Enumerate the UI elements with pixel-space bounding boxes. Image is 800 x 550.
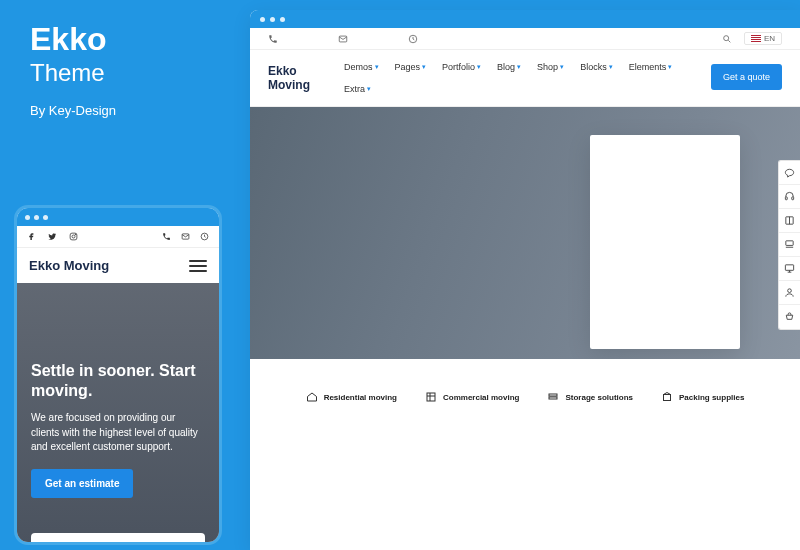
service-commercial[interactable]: Commercial moving bbox=[425, 391, 519, 403]
desktop-icon[interactable] bbox=[779, 257, 800, 281]
mobile-hero-text: We are focused on providing our clients … bbox=[31, 411, 205, 455]
phone-icon[interactable] bbox=[268, 34, 278, 44]
search-icon[interactable] bbox=[722, 34, 732, 44]
side-toolbar bbox=[778, 160, 800, 330]
service-residential[interactable]: Residential moving bbox=[306, 391, 397, 403]
phone-icon[interactable] bbox=[162, 232, 171, 241]
mobile-hero-title: Settle in sooner. Start moving. bbox=[31, 361, 205, 401]
chevron-down-icon: ▾ bbox=[367, 85, 371, 93]
service-storage[interactable]: Storage solutions bbox=[547, 391, 633, 403]
desktop-window-titlebar bbox=[250, 10, 800, 28]
svg-rect-18 bbox=[427, 393, 435, 401]
email-icon[interactable] bbox=[181, 232, 190, 241]
service-packing[interactable]: Packing supplies bbox=[661, 391, 744, 403]
chevron-down-icon: ▾ bbox=[517, 63, 521, 71]
brand-block: Ekko Theme By Key-Design bbox=[30, 22, 116, 118]
mobile-window-titlebar bbox=[17, 208, 219, 226]
window-dot bbox=[25, 215, 30, 220]
facebook-icon[interactable] bbox=[27, 232, 36, 241]
language-label: EN bbox=[764, 34, 775, 43]
nav-item-demos[interactable]: Demos▾ bbox=[344, 58, 379, 76]
svg-point-17 bbox=[788, 289, 792, 293]
mobile-logo[interactable]: Ekko Moving bbox=[29, 258, 109, 273]
window-dot bbox=[43, 215, 48, 220]
mobile-hero: Settle in sooner. Start moving. We are f… bbox=[17, 283, 219, 543]
svg-point-1 bbox=[72, 235, 75, 238]
nav-item-elements[interactable]: Elements▾ bbox=[629, 58, 673, 76]
svg-rect-23 bbox=[664, 395, 671, 401]
chevron-down-icon: ▾ bbox=[609, 63, 613, 71]
window-dot bbox=[280, 17, 285, 22]
chevron-down-icon: ▾ bbox=[668, 63, 672, 71]
svg-rect-12 bbox=[786, 241, 793, 246]
flag-icon bbox=[751, 35, 761, 42]
svg-point-2 bbox=[75, 234, 76, 235]
mobile-preview-frame: Ekko Moving Settle in sooner. Start movi… bbox=[14, 205, 222, 545]
cart-icon[interactable] bbox=[779, 305, 800, 329]
brand-author: By Key-Design bbox=[30, 103, 116, 118]
nav-menu: Demos▾ Pages▾ Portfolio▾ Blog▾ Shop▾ Blo… bbox=[344, 58, 691, 98]
window-dot bbox=[270, 17, 275, 22]
svg-rect-22 bbox=[549, 397, 557, 399]
svg-rect-21 bbox=[549, 394, 557, 396]
desktop-topbar: EN bbox=[250, 28, 800, 50]
chat-icon[interactable] bbox=[779, 161, 800, 185]
email-icon[interactable] bbox=[338, 34, 348, 44]
clock-icon[interactable] bbox=[408, 34, 418, 44]
chevron-down-icon: ▾ bbox=[560, 63, 564, 71]
layers-icon[interactable] bbox=[779, 233, 800, 257]
mobile-topbar bbox=[17, 226, 219, 248]
hamburger-menu-icon[interactable] bbox=[189, 260, 207, 272]
get-estimate-button[interactable]: Get an estimate bbox=[31, 469, 133, 498]
headset-icon[interactable] bbox=[779, 185, 800, 209]
desktop-navbar: Ekko Moving Demos▾ Pages▾ Portfolio▾ Blo… bbox=[250, 50, 800, 107]
mobile-hero-card bbox=[31, 533, 205, 545]
desktop-preview-frame: EN Ekko Moving Demos▾ Pages▾ Portfolio▾ … bbox=[250, 10, 800, 550]
nav-item-portfolio[interactable]: Portfolio▾ bbox=[442, 58, 481, 76]
svg-rect-9 bbox=[792, 197, 794, 200]
twitter-icon[interactable] bbox=[48, 232, 57, 241]
clock-icon[interactable] bbox=[200, 232, 209, 241]
nav-item-blog[interactable]: Blog▾ bbox=[497, 58, 521, 76]
desktop-hero bbox=[250, 107, 800, 377]
window-dot bbox=[260, 17, 265, 22]
mobile-navbar: Ekko Moving bbox=[17, 248, 219, 283]
get-quote-button[interactable]: Get a quote bbox=[711, 64, 782, 90]
brand-title: Ekko bbox=[30, 22, 116, 57]
instagram-icon[interactable] bbox=[69, 232, 78, 241]
nav-item-pages[interactable]: Pages▾ bbox=[395, 58, 427, 76]
book-icon[interactable] bbox=[779, 209, 800, 233]
language-selector[interactable]: EN bbox=[744, 32, 782, 45]
svg-rect-8 bbox=[785, 197, 787, 200]
desktop-logo[interactable]: Ekko Moving bbox=[268, 58, 324, 93]
chevron-down-icon: ▾ bbox=[422, 63, 426, 71]
hero-bottom-strip bbox=[250, 359, 800, 377]
chevron-down-icon: ▾ bbox=[477, 63, 481, 71]
brand-subtitle: Theme bbox=[30, 59, 116, 87]
nav-item-blocks[interactable]: Blocks▾ bbox=[580, 58, 613, 76]
hero-form-card bbox=[590, 135, 740, 349]
nav-item-extra[interactable]: Extra▾ bbox=[344, 80, 371, 98]
window-dot bbox=[34, 215, 39, 220]
svg-rect-14 bbox=[785, 265, 793, 271]
services-row: Residential moving Commercial moving Sto… bbox=[250, 377, 800, 417]
user-icon[interactable] bbox=[779, 281, 800, 305]
svg-point-7 bbox=[724, 35, 729, 40]
nav-item-shop[interactable]: Shop▾ bbox=[537, 58, 564, 76]
chevron-down-icon: ▾ bbox=[375, 63, 379, 71]
